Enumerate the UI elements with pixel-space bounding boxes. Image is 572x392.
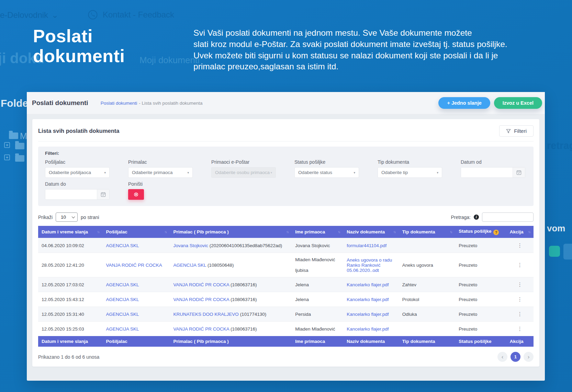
cell-ime: Persida [292,307,343,322]
datum-do-input[interactable] [45,189,97,199]
filter-label-primalac: Primalac [128,159,193,165]
col-header-naziv[interactable]: ↑↓Naziv dokumenta [343,226,399,238]
cell-ime: Mladen Mlađenović [292,322,343,336]
kebab-menu-icon[interactable]: ⋮ [517,281,523,287]
posiljalac-link[interactable]: AGENCIJA SKL [106,312,139,317]
sort-icon[interactable]: ↑↓ [338,230,340,234]
primalac-link[interactable]: VANJA RODIĆ PR COCKA [173,297,229,302]
filter-label-ponisti: Poništi [128,181,193,187]
filters-heading: Filteri: [45,151,527,156]
col-header-posiljalac[interactable]: ↑↓Pošiljalac [102,226,170,238]
cell-ime: Jelena [292,292,343,307]
datum-do-calendar-button[interactable] [97,189,109,199]
reset-filters-button[interactable]: ⊗ [128,189,144,200]
status-value: Preuzeto [455,253,506,277]
sort-icon[interactable]: ↑↓ [528,230,530,234]
status-select[interactable]: Odaberite status ▾ [294,167,359,178]
cell-tip [399,238,455,253]
sort-icon[interactable]: ↑↓ [393,230,395,234]
card-title: Lista svih poslatih dokumenta [38,128,120,134]
caret-down-icon: ▾ [104,171,106,174]
sort-icon[interactable]: ↑↓ [286,230,288,234]
page-length-prefix: Prikaži [38,215,53,220]
kebab-menu-icon[interactable]: ⋮ [517,296,523,302]
table-row: 12.05.2020 17:03:02 AGENCIJA SKL VANJA R… [38,277,534,292]
search-input[interactable] [482,212,534,222]
footer-col-status: Status pošiljke [455,336,506,347]
primalac-link[interactable]: AGENCIJA SKL [173,263,206,268]
prev-page-button[interactable]: ‹ [497,352,507,362]
cell-ime: Jovana Stojkovic [292,238,343,253]
tip-select[interactable]: Odaberite tip ▾ [378,167,442,178]
document-link[interactable]: Aneks ugovora o radu Ranko Ranković 05.0… [347,257,392,273]
page-length-select[interactable]: 10 [56,212,78,222]
filter-label-posiljalac: Pošiljalac [45,159,110,165]
list-card: Lista svih poslatih dokumenta Filteri Fi… [32,119,539,367]
cell-ime: Jelena [292,277,343,292]
filters-button[interactable]: Filteri [499,125,534,137]
posiljalac-select[interactable]: Odaberite pošiljaoca ▾ [45,167,110,178]
cell-date: 12.05.2020 15:43:12 [38,292,102,307]
col-header-ime[interactable]: ↑↓Ime primaoca [292,226,343,238]
col-header-akcija[interactable]: ↑↓Akcija [506,226,534,238]
document-link[interactable]: Kancelarko flajer.pdf [347,312,389,317]
primalac-link[interactable]: Jovana Stojkovic [173,243,208,248]
status-value: Preuzeto [455,292,506,307]
datum-od-calendar-button[interactable] [513,168,525,177]
document-link[interactable]: Kancelarko flajer.pdf [347,297,389,302]
pib-value: (108063716) [231,326,257,332]
cell-tip [399,322,455,336]
datum-od-input[interactable] [461,168,513,177]
cell-tip: Protokol [399,292,455,307]
cell-date: 04.06.2020 10:09:02 [38,238,102,253]
table-row: 12.05.2020 15:31:40 AGENCIJA SKL KRUNATE… [38,307,534,322]
document-link[interactable]: formular441104.pdf [347,243,386,248]
posiljalac-link[interactable]: VANJA RODIĆ PR COCKA [106,263,162,268]
breadcrumb-rest: - Lista svih poslatih dokumenta [139,101,202,106]
kebab-menu-icon[interactable]: ⋮ [517,311,523,317]
folder-icon [15,155,24,162]
posiljalac-link[interactable]: AGENCIJA SKL [106,297,139,302]
sort-icon[interactable]: ↑↓ [165,230,167,234]
single-send-button[interactable]: + Jedno slanje [438,97,490,109]
table-footer-header-row: Datum i vreme slanja Pošiljalac Primalac… [38,336,534,347]
panel-title: Poslati dokumenti [32,99,88,107]
document-link[interactable]: Kancelarko flajer.pdf [347,282,389,287]
footer-col-akcija: Akcija [506,336,534,347]
col-header-primalac[interactable]: ↑↓Primalac ( Pib primaoca ) [170,226,292,238]
kebab-menu-icon[interactable]: ⋮ [517,326,523,332]
current-page-button[interactable]: 1 [511,352,520,362]
caret-down-icon: ▾ [187,171,189,174]
col-header-tip[interactable]: ↑↓Tip dokumenta [399,226,455,238]
cell-tip: Odluka [399,307,455,322]
help-icon[interactable]: ? [493,230,499,235]
ghost-brand: e-Delovodnik ⌄ [0,10,58,20]
primalac-link[interactable]: VANJA RODIĆ PR COCKA [173,326,229,332]
filter-label-datum-od: Datum od [461,159,525,165]
col-header-status[interactable]: Status pošiljke? [455,226,506,238]
caret-down-icon: ▾ [354,171,355,174]
breadcrumb-link[interactable]: Poslati dokumenti [101,101,137,106]
document-link[interactable]: Kancelarko flajer.pdf [347,326,389,332]
footer-col-naziv: Naziv dokumenta [343,336,399,347]
page-background: e-Delovodnik ⌄ Kontakt - Feedback ji dok… [0,0,572,392]
sort-icon[interactable]: ↑↓ [450,230,452,234]
sort-icon[interactable]: ↑↓ [97,230,99,234]
cell-ime: Mladen Mlađenovićljubisa [292,253,343,277]
posiljalac-link[interactable]: AGENCIJA SKL [106,282,139,287]
export-excel-button[interactable]: Izvoz u Excel [494,97,542,109]
primalac-select[interactable]: Odaberite primaoca ▾ [128,167,193,178]
table-row: 12.05.2020 15:43:12 AGENCIJA SKL VANJA R… [38,292,534,307]
funnel-icon [506,129,511,134]
kebab-menu-icon[interactable]: ⋮ [517,262,523,268]
primalac-link[interactable]: KRUNATEKS DOO KRALJEVO [173,312,239,317]
primalac-link[interactable]: VANJA RODIĆ PR COCKA [173,282,229,287]
posiljalac-link[interactable]: AGENCIJA SKL [106,243,139,248]
col-header-datum[interactable]: ↑↓Datum i vreme slanja [38,226,102,238]
page-title-line1: Poslati [33,26,125,46]
posiljalac-link[interactable]: AGENCIJA SKL [106,326,139,332]
next-page-button[interactable]: › [524,352,534,362]
cell-tip: Zahtev [399,277,455,292]
results-info: Prikazano 1 do 6 od 6 unosa [38,354,99,360]
kebab-menu-icon[interactable]: ⋮ [517,242,523,248]
